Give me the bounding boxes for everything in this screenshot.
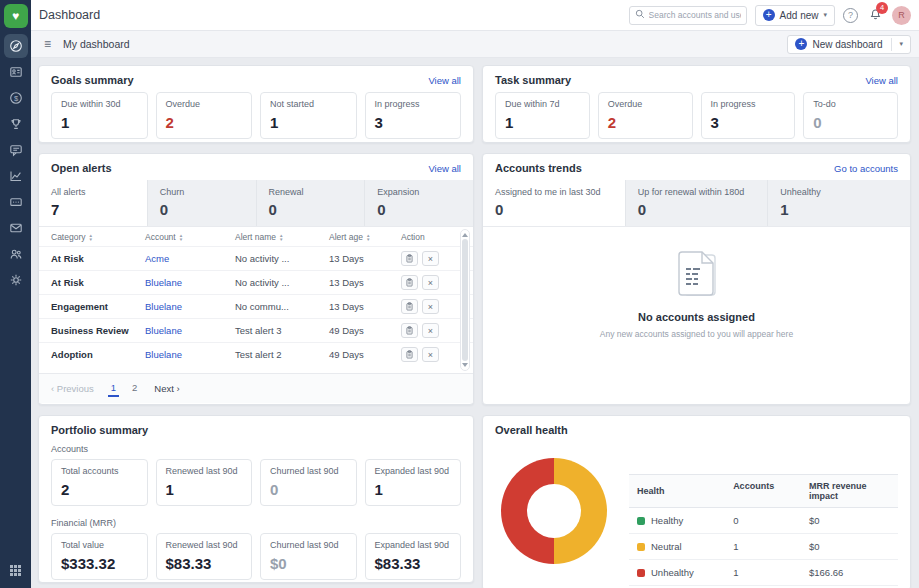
search-icon xyxy=(635,9,645,21)
dashboard-compass-icon xyxy=(9,39,23,53)
stat-label: Total accounts xyxy=(61,466,138,476)
sidebar-item-apps[interactable] xyxy=(4,558,28,582)
accounts-count: 1 xyxy=(733,567,809,578)
goals-summary-card: Goals summary View all Due within 30d 1 … xyxy=(38,65,474,143)
sidebar-item-revenue[interactable]: $ xyxy=(4,86,28,110)
tab-label: Up for renewal within 180d xyxy=(638,187,756,197)
sort-icon: ▲▼ xyxy=(89,234,93,241)
scroll-up-icon[interactable] xyxy=(462,233,468,237)
stat-value: 1 xyxy=(505,114,580,131)
sidebar-item-campaigns[interactable] xyxy=(4,190,28,214)
stat-label: Expanded last 90d xyxy=(375,466,452,476)
search-input[interactable] xyxy=(649,10,741,20)
account-link[interactable]: Bluelane xyxy=(145,325,235,336)
view-all-link[interactable]: View all xyxy=(428,75,461,86)
accounts-trends-card: Accounts trends Go to accounts Assigned … xyxy=(482,153,911,405)
dismiss-action-button[interactable]: × xyxy=(422,323,439,338)
mrr-impact: $166.66 xyxy=(809,567,890,578)
stat-value: $333.32 xyxy=(61,555,138,572)
totango-logo-icon[interactable]: ♥ xyxy=(4,4,28,28)
alert-age: 49 Days xyxy=(329,349,401,360)
sidebar-item-conversations[interactable] xyxy=(4,138,28,162)
sort-icon: ▲▼ xyxy=(366,234,370,241)
sidebar-item-team[interactable] xyxy=(4,242,28,266)
help-button[interactable]: ? xyxy=(843,8,858,23)
view-all-link[interactable]: View all xyxy=(865,75,898,86)
stat-value: 3 xyxy=(711,114,786,131)
tab-unhealthy[interactable]: Unhealthy 1 xyxy=(768,180,910,226)
assign-action-button[interactable] xyxy=(401,299,418,314)
empty-state: No accounts assigned Any new accounts as… xyxy=(483,227,910,339)
column-header-alert-age[interactable]: Alert age▲▼ xyxy=(329,232,401,242)
open-alerts-card: Open alerts View all All alerts 7 Churn … xyxy=(38,153,474,405)
assign-action-button[interactable] xyxy=(401,275,418,290)
notification-badge: 4 xyxy=(876,2,888,14)
tab-value: 0 xyxy=(638,201,756,218)
dismiss-action-button[interactable]: × xyxy=(422,251,439,266)
column-header-account[interactable]: Account▲▼ xyxy=(145,232,235,242)
add-new-button[interactable]: + Add new ▾ xyxy=(755,5,835,26)
dismiss-action-button[interactable]: × xyxy=(422,275,439,290)
tab-all-alerts[interactable]: All alerts 7 xyxy=(39,180,148,226)
account-link[interactable]: Bluelane xyxy=(145,301,235,312)
view-all-link[interactable]: View all xyxy=(428,163,461,174)
sidebar-item-dashboard[interactable] xyxy=(4,34,28,58)
tab-churn[interactable]: Churn 0 xyxy=(148,180,257,226)
dismiss-action-button[interactable]: × xyxy=(422,347,439,362)
tab-renewal[interactable]: Renewal 0 xyxy=(257,180,366,226)
empty-state-subtitle: Any new accounts assigned to you will ap… xyxy=(600,329,793,339)
sidebar-item-accounts[interactable] xyxy=(4,60,28,84)
alert-age: 13 Days xyxy=(329,301,401,312)
sidebar-item-success-plays[interactable] xyxy=(4,112,28,136)
global-search[interactable] xyxy=(629,6,747,25)
plus-icon: + xyxy=(795,38,807,50)
assign-action-button[interactable] xyxy=(401,251,418,266)
column-header-mrr: MRR revenue impact xyxy=(809,481,890,501)
tab-label: Churn xyxy=(160,187,244,197)
page-2-button[interactable]: 2 xyxy=(129,380,140,397)
user-avatar[interactable]: R xyxy=(892,6,911,25)
sidebar-item-email[interactable] xyxy=(4,216,28,240)
scrollbar-thumb[interactable] xyxy=(462,239,468,361)
stat-value: 2 xyxy=(608,114,683,131)
top-header: Dashboard + Add new ▾ ? 4 R xyxy=(31,0,919,31)
column-header-alert-name[interactable]: Alert name▲▼ xyxy=(235,232,329,242)
chat-bubble-icon xyxy=(9,143,23,157)
column-header-category[interactable]: Category▲▼ xyxy=(51,232,145,242)
notifications-button[interactable]: 4 xyxy=(866,6,884,24)
stat-label: Overdue xyxy=(608,99,683,109)
hamburger-menu-icon[interactable]: ≡ xyxy=(44,37,51,51)
stat-box: Total accounts 2 xyxy=(51,459,148,506)
assign-action-button[interactable] xyxy=(401,347,418,362)
go-to-accounts-link[interactable]: Go to accounts xyxy=(834,163,898,174)
sidebar-item-reports[interactable] xyxy=(4,164,28,188)
divider xyxy=(891,38,892,51)
stat-label: Not started xyxy=(270,99,347,109)
health-label: Neutral xyxy=(651,541,682,552)
section-label-accounts: Accounts xyxy=(39,442,473,459)
card-title: Portfolio summary xyxy=(51,424,148,436)
assign-action-button[interactable] xyxy=(401,323,418,338)
table-scrollbar[interactable] xyxy=(460,229,470,371)
page-title: Dashboard xyxy=(39,8,100,22)
page-1-button[interactable]: 1 xyxy=(108,380,119,397)
sidebar-item-settings[interactable] xyxy=(4,268,28,292)
tab-expansion[interactable]: Expansion 0 xyxy=(365,180,473,226)
next-page-button[interactable]: Next › xyxy=(154,383,179,394)
stat-label: Total value xyxy=(61,540,138,550)
chevron-down-icon[interactable]: ▾ xyxy=(899,40,903,48)
card-title: Overall health xyxy=(495,424,568,436)
scroll-down-icon[interactable] xyxy=(462,363,468,367)
empty-document-icon xyxy=(674,249,720,301)
stat-box: Due within 30d 1 xyxy=(51,92,148,139)
account-link[interactable]: Bluelane xyxy=(145,277,235,288)
account-link[interactable]: Acme xyxy=(145,253,235,264)
stat-box: In progress 3 xyxy=(365,92,462,139)
new-dashboard-button[interactable]: + New dashboard ▾ xyxy=(787,35,911,54)
stat-label: Renewed last 90d xyxy=(166,466,243,476)
previous-page-button[interactable]: ‹ Previous xyxy=(51,383,94,394)
tab-assigned-to-me[interactable]: Assigned to me in last 30d 0 xyxy=(483,180,626,226)
dismiss-action-button[interactable]: × xyxy=(422,299,439,314)
tab-up-for-renewal[interactable]: Up for renewal within 180d 0 xyxy=(626,180,769,226)
account-link[interactable]: Bluelane xyxy=(145,349,235,360)
